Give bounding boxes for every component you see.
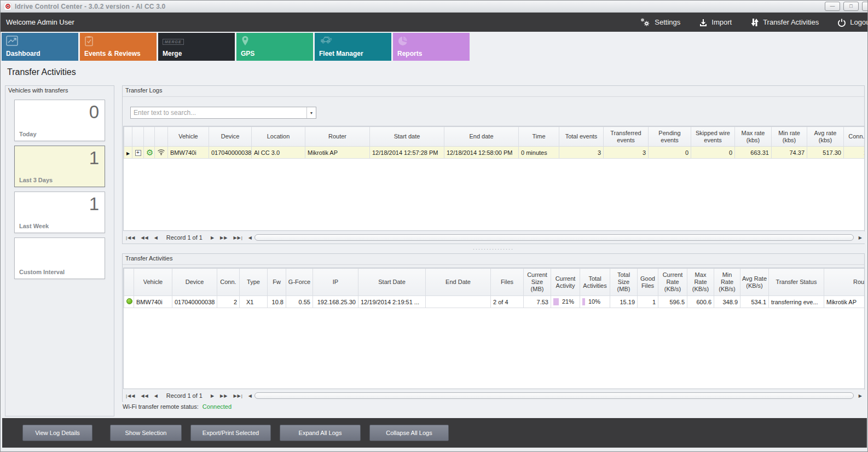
import-button[interactable]: Import (699, 18, 732, 27)
column-header-min-rate[interactable]: Min Rate (KB/s) (714, 269, 740, 296)
column-header-current-rate[interactable]: Current Rate (KB/s) (658, 269, 687, 296)
scroll-left-icon[interactable]: ◀ (248, 235, 252, 240)
prev-record-button[interactable]: ◀ (154, 235, 158, 240)
window-title: Idrive Control Center - 3.0.2 version - … (15, 3, 165, 10)
column-header-start-date[interactable]: Start date (370, 127, 444, 147)
cell-router: Mikrotik AP (824, 296, 865, 308)
search-input[interactable] (131, 107, 306, 118)
scroll-right-icon[interactable]: ▶ (859, 235, 862, 240)
tile-events-reviews[interactable]: Events & Reviews (80, 33, 157, 61)
expand-all-logs-button[interactable]: Expand All Logs (280, 425, 361, 441)
column-header-pending-events[interactable]: Pending events (649, 127, 691, 147)
logs-pager: |◀◀ ◀◀ ◀ Record 1 of 1 ▶ ▶▶ ▶▶| ◀ ▶ (123, 231, 865, 244)
tile-reports[interactable]: Reports (393, 33, 470, 61)
column-header-location[interactable]: Location (252, 127, 305, 147)
column-header-good-files[interactable]: Good Files (638, 269, 658, 296)
column-header-conn[interactable]: Conn. (844, 127, 865, 147)
column-header-avg-rate[interactable]: Avg Rate (KB/s) (740, 269, 769, 296)
column-header-files[interactable]: Files (491, 269, 524, 296)
column-header-fw[interactable]: Fw (268, 269, 286, 296)
column-header-router[interactable]: Router (824, 269, 865, 296)
tile-merge[interactable]: MERGE Merge (158, 33, 235, 61)
transfer-activities-button[interactable]: Transfer Activities (750, 18, 819, 27)
prev-page-button[interactable]: ◀◀ (141, 393, 148, 398)
card-today[interactable]: 0 Today (14, 100, 105, 141)
view-log-details-button[interactable]: View Log Details (22, 425, 92, 441)
column-header-max-rate[interactable]: Max rate (kbs) (735, 127, 772, 147)
column-header-router[interactable]: Router (305, 127, 370, 147)
column-header-transferred-events[interactable]: Transferred events (604, 127, 649, 147)
cell-device: 017040000038 (209, 147, 252, 159)
chevron-down-icon[interactable]: ▼ (306, 107, 316, 118)
record-status: Record 1 of 1 (166, 234, 202, 241)
column-header-min-rate[interactable]: Min rate (kbs) (772, 127, 807, 147)
last-record-button[interactable]: ▶▶| (233, 393, 242, 398)
column-header-g-force[interactable]: G-Force (286, 269, 313, 296)
minimize-button[interactable]: — (825, 2, 840, 11)
column-header-total-activities[interactable]: Total Activities (580, 269, 610, 296)
column-header-device[interactable]: Device (209, 127, 252, 147)
column-header-ip[interactable]: IP (313, 269, 358, 296)
column-header-total-size[interactable]: Total Size (MB) (610, 269, 638, 296)
column-header-end-date[interactable]: End Date (426, 269, 491, 296)
column-header-conn[interactable]: Conn. (217, 269, 240, 296)
column-header-type[interactable]: Type (240, 269, 268, 296)
scroll-right-icon[interactable]: ▶ (859, 393, 862, 398)
card-last-week[interactable]: 1 Last Week (14, 192, 105, 233)
prev-page-button[interactable]: ◀◀ (141, 235, 148, 240)
cell-router: Mikrotik AP (305, 147, 370, 159)
cell-location: Al CC 3.0 (252, 147, 305, 159)
horizontal-scrollbar[interactable] (254, 234, 854, 241)
column-header-current-activity[interactable]: Current Activity (551, 269, 580, 296)
merge-badge-icon: MERGE (163, 36, 184, 45)
column-header-start-date[interactable]: Start Date (358, 269, 426, 296)
cell-current-rate: 596.5 (658, 296, 687, 308)
scroll-left-icon[interactable]: ◀ (248, 393, 252, 398)
show-selection-button[interactable]: Show Selection (110, 425, 182, 441)
column-header-current-size[interactable]: Current Size (MB) (524, 269, 551, 296)
transfer-activity-row[interactable]: BMW740i 017040000038 2 X1 10.8 0.55 192.… (124, 296, 865, 308)
close-button[interactable]: × (862, 2, 868, 11)
column-header-total-events[interactable]: Total events (559, 127, 604, 147)
wifi-status-value: Connected (202, 403, 232, 410)
column-header-avg-rate[interactable]: Avg rate (kbs) (807, 127, 844, 147)
blank-header (144, 127, 155, 147)
card-custom-interval[interactable]: Custom Interval (14, 237, 105, 279)
column-header-vehicle[interactable]: Vehicle (134, 269, 172, 296)
tile-dashboard[interactable]: Dashboard (2, 33, 78, 61)
first-record-button[interactable]: |◀◀ (126, 235, 135, 240)
next-record-button[interactable]: ▶ (211, 235, 215, 240)
expand-row-icon[interactable]: + (135, 150, 141, 156)
next-record-button[interactable]: ▶ (211, 393, 215, 398)
download-icon (699, 18, 708, 27)
cell-transferred-events: 3 (604, 147, 649, 159)
column-header-device[interactable]: Device (172, 269, 217, 296)
column-header-max-rate[interactable]: Max Rate (KB/s) (687, 269, 714, 296)
transfer-log-row[interactable]: ▶ + ⚙ BMW740i 017040000038 Al CC 3.0 Mik… (124, 147, 865, 159)
export-print-selected-button[interactable]: Export/Print Selected (190, 425, 271, 441)
wifi-icon (157, 150, 165, 157)
maximize-button[interactable]: □ (843, 2, 859, 11)
column-header-end-date[interactable]: End date (444, 127, 519, 147)
cell-skipped-wire-events: 0 (691, 147, 735, 159)
search-combobox: ▼ (130, 107, 316, 119)
column-header-vehicle[interactable]: Vehicle (168, 127, 209, 147)
panel-splitter[interactable]: ··············· (122, 246, 865, 252)
column-header-time[interactable]: Time (519, 127, 559, 147)
settings-button[interactable]: Settings (640, 18, 680, 27)
card-last-3-days[interactable]: 1 Last 3 Days (14, 146, 105, 187)
column-header-transfer-status[interactable]: Transfer Status (769, 269, 824, 296)
next-page-button[interactable]: ▶▶ (220, 393, 228, 398)
column-header-skipped-wire-events[interactable]: Skipped wire events (691, 127, 735, 147)
wifi-status-label: Wi-Fi transfer remote status: (123, 403, 199, 410)
logout-button[interactable]: Logout (837, 18, 868, 27)
horizontal-scrollbar[interactable] (254, 392, 854, 399)
tile-fleet-manager[interactable]: Fleet Manager (315, 33, 391, 61)
collapse-all-logs-button[interactable]: Collapse All Logs (369, 425, 449, 441)
gear-status-icon: ⚙ (146, 148, 153, 157)
prev-record-button[interactable]: ◀ (154, 393, 158, 398)
tile-gps[interactable]: GPS (236, 33, 313, 61)
first-record-button[interactable]: |◀◀ (126, 393, 135, 398)
next-page-button[interactable]: ▶▶ (220, 235, 228, 240)
last-record-button[interactable]: ▶▶| (233, 235, 242, 240)
